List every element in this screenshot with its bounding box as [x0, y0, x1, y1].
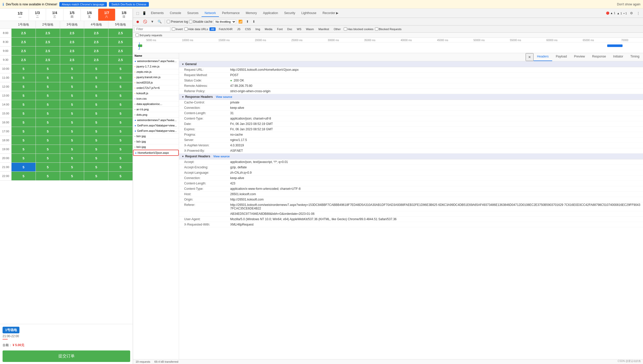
- schedule-cell[interactable]: 5: [84, 64, 108, 73]
- export-button[interactable]: ⬇: [251, 19, 257, 24]
- schedule-cell[interactable]: 5: [84, 91, 108, 100]
- schedule-cell[interactable]: 5: [108, 91, 133, 100]
- schedule-cell[interactable]: 5: [12, 172, 36, 180]
- schedule-cell[interactable]: 5: [12, 109, 36, 118]
- schedule-cell[interactable]: 5: [108, 154, 133, 162]
- request-item[interactable]: ▪ dots.png: [133, 112, 179, 118]
- request-item[interactable]: ● weixinordernewv7.aspx?wxke...: [133, 118, 179, 123]
- schedule-cell[interactable]: 5: [60, 91, 84, 100]
- blocked-cookies-checkbox[interactable]: [344, 27, 347, 31]
- clear-button[interactable]: 🚫: [142, 19, 148, 24]
- schedule-cell[interactable]: 5: [60, 154, 84, 162]
- request-item[interactable]: ▪ ar-t-b.png: [133, 107, 179, 112]
- schedule-cell[interactable]: 5: [84, 82, 108, 91]
- selected-request-item[interactable]: ● HomefuntionV2json.aspx: [133, 150, 179, 156]
- schedule-cell[interactable]: 5: [84, 145, 108, 154]
- third-party-label[interactable]: 3rd-party requests: [136, 33, 640, 37]
- schedule-cell[interactable]: 2.5: [12, 55, 36, 64]
- request-item[interactable]: ▪ data:application/oc...: [133, 101, 179, 107]
- request-item[interactable]: ▪ bd-t.jpg: [133, 144, 179, 150]
- schedule-cell[interactable]: 5: [60, 73, 84, 82]
- filter-media[interactable]: Media: [263, 27, 274, 31]
- schedule-cell[interactable]: 5: [60, 82, 84, 91]
- request-item[interactable]: ● weixinordernewv7.aspx?wxke...: [133, 58, 179, 64]
- schedule-cell[interactable]: 5: [60, 145, 84, 154]
- tab-performance[interactable]: Performance: [219, 10, 243, 17]
- filter-manifest[interactable]: Manifest: [317, 27, 331, 31]
- schedule-cell[interactable]: 5: [108, 100, 133, 109]
- request-item[interactable]: ▪ icon.css: [133, 96, 179, 101]
- schedule-cell[interactable]: 5: [84, 118, 108, 127]
- schedule-cell[interactable]: 5: [36, 127, 60, 136]
- schedule-cell[interactable]: 5: [36, 100, 60, 109]
- schedule-cell[interactable]: 5: [60, 100, 84, 109]
- throttle-select[interactable]: No throttling: [214, 19, 236, 24]
- tab-payload[interactable]: Payload: [552, 53, 570, 61]
- dont-show-again[interactable]: Don't show again: [617, 3, 640, 6]
- match-language-button[interactable]: Always match Chrome's language: [59, 2, 107, 7]
- schedule-cell[interactable]: 5: [108, 64, 133, 73]
- filter-js[interactable]: JS: [236, 27, 242, 31]
- date-jan6[interactable]: 1/6 五: [81, 9, 98, 21]
- request-item[interactable]: ▪ koksoft.js: [133, 91, 179, 96]
- date-jan7[interactable]: 1/7 六: [98, 9, 116, 21]
- schedule-cell[interactable]: 2.5: [12, 46, 36, 55]
- date-jan8[interactable]: 1/8 日: [115, 9, 133, 21]
- hide-data-urls-checkbox[interactable]: [184, 27, 188, 31]
- tab-security[interactable]: Security: [281, 10, 298, 17]
- request-item[interactable]: ▪ order172v7.js?v=6: [133, 85, 179, 91]
- view-source-response[interactable]: View source: [216, 95, 232, 98]
- schedule-cell[interactable]: 2.5: [60, 46, 84, 55]
- filter-toggle-button[interactable]: ▼: [149, 19, 155, 24]
- tab-elements[interactable]: Elements: [148, 10, 167, 17]
- disable-cache-checkbox[interactable]: [189, 20, 192, 23]
- schedule-cell[interactable]: 5: [108, 145, 133, 154]
- schedule-cell[interactable]: 5: [12, 64, 36, 73]
- inspect-icon-button[interactable]: ⬚: [135, 10, 141, 16]
- schedule-cell[interactable]: 2.5: [60, 38, 84, 46]
- filter-css[interactable]: CSS: [243, 27, 252, 31]
- response-headers-section[interactable]: ▼ Response Headers View source: [179, 94, 643, 100]
- filter-all[interactable]: All: [209, 27, 216, 31]
- filter-fetch-xhr[interactable]: Fetch/XHR: [217, 27, 234, 31]
- schedule-cell[interactable]: 5: [108, 136, 133, 145]
- switch-devtools-button[interactable]: Switch DevTools to Chinese: [109, 2, 149, 7]
- blocked-requests-checkbox[interactable]: [375, 27, 378, 31]
- request-headers-section[interactable]: ▼ Request Headers View source: [179, 154, 643, 159]
- tab-initiator[interactable]: Initiator: [609, 53, 627, 61]
- filter-other[interactable]: Other: [332, 27, 342, 31]
- schedule-cell[interactable]: 5: [84, 163, 108, 171]
- schedule-cell[interactable]: 2.5: [84, 55, 108, 64]
- schedule-cell[interactable]: 2.5: [108, 29, 133, 37]
- schedule-cell[interactable]: 5: [36, 64, 60, 73]
- tab-console[interactable]: Console: [167, 10, 184, 17]
- invert-checkbox-label[interactable]: Invert: [172, 27, 183, 31]
- schedule-cell[interactable]: 5: [108, 163, 133, 171]
- schedule-cell[interactable]: 5: [36, 91, 60, 100]
- schedule-cell[interactable]: 5: [108, 127, 133, 136]
- schedule-cell[interactable]: 5: [60, 64, 84, 73]
- request-item[interactable]: ▪ zepto.min.js: [133, 69, 179, 75]
- tab-network[interactable]: Network: [202, 10, 219, 17]
- schedule-cell[interactable]: 5: [108, 82, 133, 91]
- request-item[interactable]: ▪ iscroll2018.js: [133, 80, 179, 85]
- schedule-cell[interactable]: 5: [36, 136, 60, 145]
- date-jan5[interactable]: 1/5 四: [63, 9, 81, 21]
- schedule-cell[interactable]: 5: [36, 163, 60, 171]
- filter-doc[interactable]: Doc: [286, 27, 294, 31]
- request-item[interactable]: ▪ jquery.transit.min.js: [133, 75, 179, 80]
- schedule-cell[interactable]: 5: [108, 118, 133, 127]
- tab-preview[interactable]: Preview: [570, 53, 589, 61]
- more-button[interactable]: ⋮: [635, 10, 641, 16]
- schedule-cell[interactable]: 2.5: [84, 46, 108, 55]
- date-jan4[interactable]: 1/4 三: [46, 9, 63, 21]
- disable-cache-label[interactable]: Disable cache: [189, 20, 212, 24]
- schedule-cell[interactable]: 5: [12, 154, 36, 162]
- schedule-cell[interactable]: 5: [84, 127, 108, 136]
- preserve-log-label[interactable]: Preserve log: [167, 20, 188, 24]
- request-item[interactable]: ▪ jquery-1.7.2.min.js: [133, 64, 179, 69]
- schedule-cell[interactable]: 5: [12, 127, 36, 136]
- schedule-cell[interactable]: 2.5: [36, 46, 60, 55]
- settings-button[interactable]: ⚙: [628, 10, 635, 16]
- schedule-cell[interactable]: 2.5: [84, 38, 108, 46]
